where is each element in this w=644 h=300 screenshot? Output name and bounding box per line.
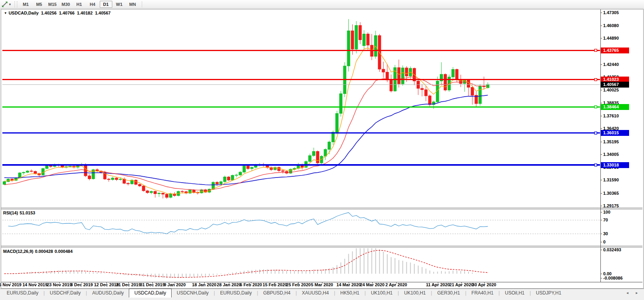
- moving-average: [4, 95, 488, 185]
- candle-body: [88, 176, 91, 179]
- candle-body: [138, 185, 141, 186]
- candle-body: [227, 177, 230, 180]
- candle-body: [363, 34, 366, 46]
- candle-body: [26, 171, 29, 172]
- candle-body: [127, 183, 130, 184]
- candle-body: [169, 194, 172, 197]
- candle-body: [161, 193, 164, 194]
- candle-body: [46, 165, 48, 168]
- candle-body: [220, 182, 222, 184]
- candle-body: [316, 152, 319, 163]
- candle-body: [3, 182, 6, 185]
- line-handle[interactable]: [595, 164, 597, 166]
- candle-body: [243, 166, 245, 172]
- candle-body: [390, 80, 393, 91]
- candle-body: [401, 68, 404, 84]
- candle-body: [313, 152, 315, 156]
- candle-body: [142, 186, 145, 191]
- candle-body: [134, 180, 137, 185]
- candle-body: [328, 142, 331, 149]
- candle-body: [216, 182, 218, 184]
- macd-signal-line: [4, 250, 488, 277]
- candle-body: [69, 166, 71, 166]
- candle-body: [188, 190, 191, 193]
- candle-body: [107, 179, 110, 179]
- candle-body: [405, 68, 408, 76]
- candle-body: [7, 179, 9, 182]
- candle-body: [239, 172, 242, 175]
- candle-body: [22, 172, 25, 173]
- candle-body: [111, 178, 114, 179]
- candle-body: [158, 193, 161, 194]
- rsi-line: [8, 212, 488, 234]
- candle-body: [347, 31, 350, 66]
- candle-body: [223, 177, 226, 182]
- candle-body: [471, 87, 474, 95]
- candle-body: [397, 68, 400, 84]
- candle-body: [351, 31, 354, 49]
- candle-body: [165, 194, 168, 198]
- candle-body: [359, 26, 362, 40]
- line-handle[interactable]: [595, 106, 597, 108]
- candle-body: [181, 191, 184, 192]
- candle-body: [309, 155, 311, 161]
- candle-body: [146, 191, 149, 193]
- candle-body: [251, 167, 253, 168]
- candle-body: [382, 69, 385, 72]
- candle-body: [456, 70, 458, 79]
- line-handle[interactable]: [595, 49, 597, 51]
- candle-body: [119, 179, 122, 179]
- candle-body: [424, 90, 427, 96]
- candle-body: [282, 171, 284, 172]
- line-handle[interactable]: [595, 132, 597, 134]
- candle-body: [417, 81, 419, 88]
- candle-body: [428, 96, 431, 104]
- candle-body: [34, 171, 37, 173]
- candle-body: [231, 175, 234, 180]
- candle-body: [235, 175, 238, 176]
- candle-body: [452, 70, 454, 77]
- candle-body: [154, 191, 157, 194]
- candle-body: [11, 179, 13, 180]
- chart-canvas[interactable]: [0, 0, 644, 300]
- candle-body: [444, 74, 446, 90]
- candle-body: [339, 94, 342, 113]
- candle-body: [336, 113, 338, 132]
- candle-body: [30, 171, 33, 171]
- candle-body: [115, 178, 118, 179]
- candle-body: [366, 34, 369, 45]
- candle-body: [355, 26, 358, 49]
- candle-body: [150, 191, 153, 193]
- candle-body: [421, 88, 423, 90]
- mt4-application: ▾ M1M5M15M30H1H4D1W1MN ▼USDCAD,Daily 1.4…: [0, 0, 644, 300]
- candle-body: [479, 86, 481, 104]
- candle-body: [247, 166, 249, 169]
- line-handle[interactable]: [595, 79, 597, 81]
